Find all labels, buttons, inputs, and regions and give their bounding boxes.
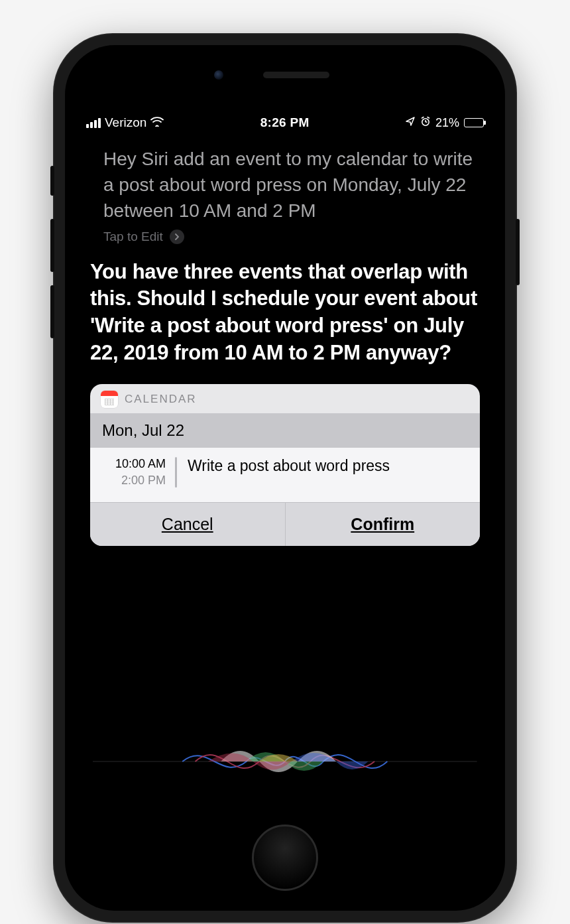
confirm-button[interactable]: Confirm bbox=[285, 503, 481, 546]
mute-switch bbox=[50, 166, 54, 196]
cellular-signal-icon bbox=[86, 118, 101, 128]
volume-down-button bbox=[50, 285, 54, 338]
status-left: Verizon bbox=[86, 115, 164, 130]
battery-icon bbox=[464, 118, 484, 127]
front-camera bbox=[214, 70, 223, 80]
event-divider bbox=[175, 457, 177, 488]
event-times: 10:00 AM 2:00 PM bbox=[102, 457, 175, 488]
svg-line-4 bbox=[428, 117, 429, 118]
wifi-icon bbox=[150, 115, 164, 130]
user-request-text[interactable]: Hey Siri add an event to my calendar to … bbox=[90, 146, 480, 224]
siri-content: Hey Siri add an event to my calendar to … bbox=[72, 130, 498, 546]
clock: 8:26 PM bbox=[260, 115, 310, 130]
card-header: CALENDAR bbox=[90, 384, 480, 413]
carrier-label: Verizon bbox=[105, 115, 146, 130]
event-row[interactable]: 10:00 AM 2:00 PM Write a post about word… bbox=[90, 448, 480, 502]
chevron-right-icon bbox=[170, 230, 184, 244]
calendar-card: CALENDAR Mon, Jul 22 10:00 AM 2:00 PM Wr… bbox=[90, 384, 480, 546]
home-button[interactable] bbox=[252, 825, 318, 891]
siri-response-text: You have three events that overlap with … bbox=[90, 259, 480, 367]
calendar-app-icon bbox=[101, 391, 118, 408]
phone-frame: Verizon 8:26 PM 21% bbox=[53, 33, 517, 923]
screen: Verizon 8:26 PM 21% bbox=[72, 105, 498, 808]
alarm-icon bbox=[420, 116, 431, 130]
siri-waveform[interactable] bbox=[72, 735, 498, 788]
event-start-time: 10:00 AM bbox=[104, 457, 166, 471]
event-end-time: 2:00 PM bbox=[104, 474, 166, 488]
status-bar: Verizon 8:26 PM 21% bbox=[72, 105, 498, 130]
card-app-label: CALENDAR bbox=[125, 393, 197, 406]
svg-line-3 bbox=[422, 117, 424, 118]
earpiece bbox=[65, 70, 505, 80]
speaker-slot bbox=[263, 72, 329, 78]
event-title: Write a post about word press bbox=[188, 457, 390, 488]
phone-bezel: Verizon 8:26 PM 21% bbox=[65, 45, 505, 911]
volume-up-button bbox=[50, 219, 54, 272]
battery-percent: 21% bbox=[435, 116, 459, 130]
status-right: 21% bbox=[406, 116, 484, 130]
cancel-button[interactable]: Cancel bbox=[90, 503, 285, 546]
location-icon bbox=[406, 116, 416, 130]
event-date: Mon, Jul 22 bbox=[90, 413, 480, 448]
card-actions: Cancel Confirm bbox=[90, 502, 480, 546]
tap-to-edit-label: Tap to Edit bbox=[103, 230, 163, 244]
power-button bbox=[516, 219, 520, 285]
tap-to-edit[interactable]: Tap to Edit bbox=[90, 230, 480, 244]
